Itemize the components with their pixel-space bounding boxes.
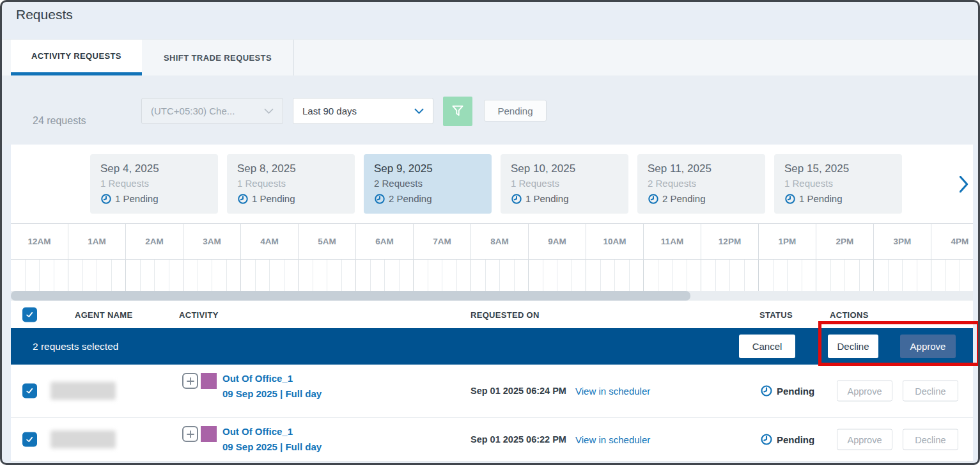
- view-in-scheduler-link[interactable]: View in scheduler: [575, 434, 650, 445]
- row-checkbox[interactable]: [22, 432, 37, 447]
- timeline-tick: [414, 260, 428, 291]
- hour-label: 7AM: [433, 237, 451, 246]
- card-pending-row: 1 Pending: [100, 192, 208, 206]
- timeline-tick: [946, 260, 961, 291]
- timeline-tick: [515, 260, 529, 291]
- activity-color-swatch: [201, 426, 217, 442]
- expand-button[interactable]: [182, 426, 198, 442]
- date-card[interactable]: Sep 10, 2025 1 Requests 1 Pending: [501, 154, 628, 214]
- timeline-tick: [342, 260, 357, 291]
- horizontal-scrollbar[interactable]: [11, 291, 973, 301]
- hour-label: 1PM: [779, 237, 797, 246]
- filter-bar: 24 requests (UTC+05:30) Che... Last 90 d…: [2, 75, 978, 145]
- timeline-tick: [529, 260, 543, 291]
- row-decline-button[interactable]: Decline: [903, 429, 958, 450]
- timeline-tick: [169, 260, 184, 291]
- chevron-down-icon: [264, 108, 274, 114]
- filter-button[interactable]: [443, 97, 472, 126]
- date-range-dropdown[interactable]: Last 90 days: [293, 98, 433, 124]
- timeline-tick: [457, 260, 472, 291]
- timeline-tick: [442, 260, 457, 291]
- timeline-tick: [428, 260, 443, 291]
- date-card[interactable]: Sep 4, 2025 1 Requests 1 Pending: [90, 154, 218, 214]
- hour-cell: 2AM: [126, 224, 183, 259]
- date-card[interactable]: Sep 15, 2025 1 Requests 1 Pending: [774, 154, 902, 214]
- bulk-cancel-button[interactable]: Cancel: [739, 335, 795, 358]
- hour-label: 12AM: [27, 237, 51, 246]
- checkbox-checked-icon: [25, 386, 35, 396]
- select-all-checkbox[interactable]: [22, 307, 37, 322]
- date-card[interactable]: Sep 9, 2025 2 Requests 2 Pending: [364, 154, 492, 214]
- timeline-tick: [26, 260, 40, 291]
- activity-link[interactable]: Out Of Office_1: [222, 426, 322, 437]
- checkbox-checked-icon: [25, 310, 35, 319]
- timeline-tick: [889, 260, 903, 291]
- card-date: Sep 4, 2025: [100, 161, 208, 177]
- timeline-tick: [400, 260, 414, 291]
- row-approve-button[interactable]: Approve: [837, 429, 892, 450]
- timeline-tick: [557, 260, 572, 291]
- timeline-tick: [774, 260, 788, 291]
- card-date: Sep 8, 2025: [237, 161, 345, 177]
- timeline-tick: [917, 260, 932, 291]
- hour-cell: 2PM: [816, 224, 874, 259]
- requested-on: Sep 01 2025 06:24 PM: [471, 386, 566, 396]
- status-cell: Pending: [760, 433, 814, 446]
- timeline-tick: [601, 260, 616, 291]
- hour-cell: 6AM: [356, 224, 414, 259]
- timeline-tick: [586, 260, 601, 291]
- funnel-icon: [449, 103, 466, 120]
- selection-bar: 2 requests selected Cancel Decline Appro…: [11, 328, 973, 365]
- date-card[interactable]: Sep 8, 2025 1 Requests 1 Pending: [227, 154, 355, 214]
- hour-cell: 10AM: [586, 224, 644, 259]
- timezone-dropdown[interactable]: (UTC+05:30) Che...: [141, 98, 283, 124]
- plus-icon: [187, 377, 194, 385]
- hour-label: 2AM: [145, 237, 164, 246]
- bulk-decline-button[interactable]: Decline: [828, 335, 878, 358]
- activity-date-link[interactable]: 09 Sep 2025 | Full day: [222, 388, 322, 399]
- row-decline-button[interactable]: Decline: [903, 381, 958, 402]
- column-header-agent-name: AGENT NAME: [75, 310, 132, 319]
- plus-icon: [187, 430, 194, 438]
- activity-date-link[interactable]: 09 Sep 2025 | Full day: [222, 441, 322, 452]
- tab-label: ACTIVITY REQUESTS: [31, 51, 121, 61]
- card-pending-row: 1 Pending: [511, 192, 618, 206]
- hour-cell: 12PM: [701, 224, 759, 259]
- hour-label: 5AM: [318, 237, 336, 246]
- tab-shift-trade-requests[interactable]: SHIFT TRADE REQUESTS: [142, 40, 294, 75]
- request-count: 24 requests: [33, 115, 86, 127]
- chevron-down-icon: [414, 108, 424, 114]
- date-range-value: Last 90 days: [302, 106, 357, 116]
- timeline-tick: [241, 260, 256, 291]
- timeline-tick: [630, 260, 644, 291]
- card-pending-count: 1 Pending: [799, 192, 843, 206]
- timeline-tick: [845, 260, 860, 291]
- timeline-tick: [284, 260, 299, 291]
- expand-button[interactable]: [182, 373, 198, 389]
- timeline-tick: [11, 260, 26, 291]
- date-card[interactable]: Sep 11, 2025 2 Requests 2 Pending: [637, 154, 765, 214]
- hour-label: 8AM: [490, 237, 509, 246]
- row-checkbox[interactable]: [22, 384, 37, 398]
- activity-link[interactable]: Out Of Office_1: [222, 373, 322, 384]
- view-in-scheduler-link[interactable]: View in scheduler: [575, 386, 650, 397]
- hour-label: 3PM: [894, 237, 912, 246]
- column-header-actions: ACTIONS: [830, 310, 869, 319]
- row-approve-button[interactable]: Approve: [837, 381, 892, 402]
- hour-cell: 5AM: [299, 224, 356, 259]
- card-date: Sep 15, 2025: [784, 161, 892, 177]
- scrollbar-thumb[interactable]: [11, 291, 690, 301]
- timeline-tick: [701, 260, 716, 291]
- carousel-next-button[interactable]: [957, 174, 971, 194]
- bulk-approve-button[interactable]: Approve: [900, 335, 956, 358]
- timeline-tick: [816, 260, 831, 291]
- pending-filter-chip[interactable]: Pending: [484, 100, 547, 122]
- tab-strip: ACTIVITY REQUESTS SHIFT TRADE REQUESTS: [2, 39, 978, 75]
- hour-cell: 9AM: [529, 224, 586, 259]
- clock-icon: [100, 193, 112, 205]
- timeline-tick: [931, 260, 946, 291]
- card-pending-row: 2 Pending: [374, 192, 481, 206]
- hour-label: 10AM: [603, 237, 626, 246]
- card-pending-row: 1 Pending: [237, 192, 345, 206]
- tab-activity-requests[interactable]: ACTIVITY REQUESTS: [11, 40, 142, 75]
